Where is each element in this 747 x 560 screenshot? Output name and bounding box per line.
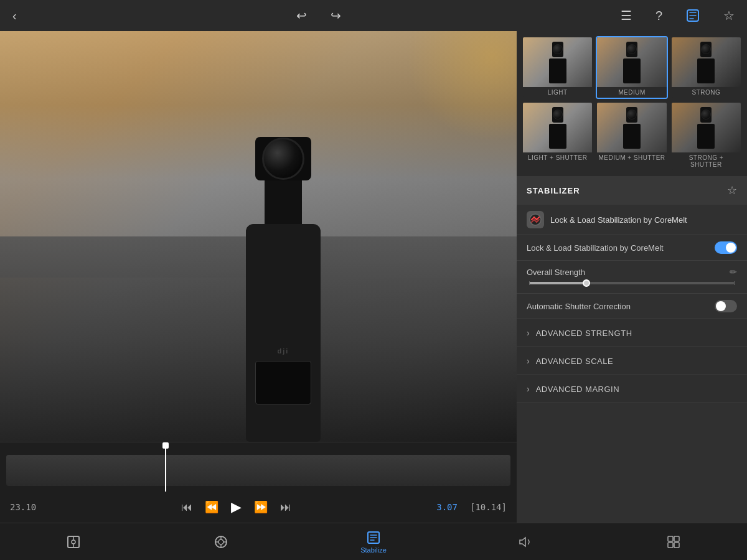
- stabilizer-title: STABILIZER: [527, 186, 580, 195]
- chevron-icon-strength: ›: [527, 328, 530, 338]
- undo-button[interactable]: ↩: [294, 6, 309, 26]
- preset-light-shutter[interactable]: LIGHT + SHUTTER: [522, 101, 593, 171]
- stabilizer-toggle-row: Lock & Load Stabilization by CoreMelt: [517, 235, 747, 261]
- advanced-strength-row[interactable]: › ADVANCED STRENGTH: [517, 319, 747, 347]
- stabilize-button[interactable]: Stabilize: [360, 530, 387, 554]
- preset-light[interactable]: LIGHT: [522, 36, 593, 99]
- list-button[interactable]: ☰: [618, 6, 634, 26]
- play-button[interactable]: ▶: [231, 499, 242, 515]
- camera-lens-holder: [255, 137, 311, 180]
- frame-forward-button[interactable]: ⏩: [254, 500, 268, 514]
- advanced-scale-row[interactable]: › ADVANCED SCALE: [517, 347, 747, 375]
- preset-medium-thumb: [597, 37, 666, 87]
- preset-strong-shutter[interactable]: STRONG + SHUTTER: [670, 101, 742, 171]
- advanced-margin-label: ADVANCED MARGIN: [536, 385, 619, 394]
- svg-point-7: [218, 539, 223, 544]
- preset-strong-thumb: [672, 37, 741, 87]
- skip-forward-button[interactable]: ⏭: [280, 501, 291, 514]
- playback-controls: ⏮ ⏪ ▶ ⏩ ⏭: [181, 499, 291, 515]
- library-button[interactable]: [684, 6, 702, 25]
- preset-cam-top-ls: [552, 107, 563, 123]
- plugin-label: Lock & Load Stabilization by CoreMelt: [550, 215, 737, 225]
- preset-cam-body-mini-strong: [697, 58, 715, 83]
- pencil-icon[interactable]: ✏: [730, 267, 737, 277]
- shutter-label: Automatic Shutter Correction: [527, 302, 631, 311]
- svg-rect-14: [674, 536, 679, 541]
- back-button[interactable]: ‹: [10, 6, 19, 26]
- start-time: 23.10: [10, 502, 36, 512]
- chevron-icon-margin: ›: [527, 384, 530, 394]
- svg-rect-15: [668, 543, 673, 548]
- preset-cam-body-mini-ms: [623, 124, 641, 149]
- preset-medium-label: MEDIUM: [597, 87, 666, 98]
- preset-light-label: LIGHT: [523, 87, 592, 98]
- advanced-scale-label: ADVANCED SCALE: [536, 357, 614, 366]
- total-time: [10.14]: [470, 502, 507, 512]
- strength-label-row: Overall Strength ✏: [527, 267, 737, 277]
- top-bar-right: ☰ ? ☆: [618, 6, 737, 26]
- frame-back-button[interactable]: ⏪: [205, 500, 218, 514]
- preset-strong-shutter-thumb: [672, 103, 741, 152]
- crop-button[interactable]: [66, 534, 81, 549]
- preset-medium-shutter[interactable]: MEDIUM + SHUTTER: [596, 101, 667, 171]
- skip-back-button[interactable]: ⏮: [181, 501, 192, 514]
- strength-slider-fill: [529, 282, 586, 284]
- preset-cam-mini-strong: [697, 42, 715, 83]
- stabilizer-star-button[interactable]: ☆: [727, 184, 737, 197]
- strength-label: Overall Strength: [527, 268, 585, 277]
- camera-body: dji: [246, 224, 321, 442]
- svg-rect-13: [668, 536, 673, 541]
- preset-cam-mini-medium: [623, 42, 641, 83]
- stabilizer-toggle[interactable]: [715, 241, 737, 254]
- transform-button[interactable]: [666, 534, 681, 549]
- advanced-margin-row[interactable]: › ADVANCED MARGIN: [517, 375, 747, 403]
- timeline-clip: [6, 455, 510, 486]
- presets-section: LIGHT MEDIUM: [517, 31, 747, 176]
- stabilizer-header: STABILIZER ☆: [517, 176, 747, 205]
- timeline-controls: 23.10 ⏮ ⏪ ▶ ⏩ ⏭ 3.07 [10.14]: [0, 492, 517, 523]
- redo-button[interactable]: ↪: [328, 6, 344, 26]
- crop-icon: [66, 534, 81, 549]
- top-bar: ‹ ↩ ↪ ☰ ? ☆: [0, 0, 747, 31]
- library-icon: [686, 9, 700, 22]
- timeline-playhead[interactable]: [165, 442, 166, 492]
- preset-strong[interactable]: STRONG: [670, 36, 742, 99]
- preset-strong-shutter-label: STRONG + SHUTTER: [672, 152, 741, 170]
- svg-rect-16: [674, 543, 679, 548]
- preset-cam-body-mini-medium: [623, 58, 641, 83]
- preset-cam-top-ss: [700, 107, 712, 123]
- adjust-button[interactable]: [214, 534, 228, 549]
- camera-lens: [262, 138, 304, 180]
- preset-cam-body-mini: [549, 58, 566, 83]
- camera-logo: dji: [278, 347, 289, 355]
- preset-cam-top-ms: [626, 107, 637, 123]
- chevron-icon-scale: ›: [527, 356, 530, 366]
- preset-cam-mini-ls: [549, 107, 566, 149]
- star-button[interactable]: ☆: [721, 6, 737, 26]
- preset-cam-top-strong: [700, 42, 712, 57]
- timeline-track[interactable]: [0, 442, 517, 492]
- audio-button[interactable]: [519, 534, 533, 549]
- bottom-bar: Stabilize: [0, 523, 747, 560]
- plugin-icon-svg: [529, 213, 542, 226]
- video-background: dji: [0, 31, 517, 442]
- strength-slider-track[interactable]: [529, 282, 735, 284]
- tick: [734, 281, 735, 285]
- audio-icon: [519, 534, 533, 549]
- timeline-area: 23.10 ⏮ ⏪ ▶ ⏩ ⏭ 3.07 [10.14]: [0, 442, 517, 523]
- help-button[interactable]: ?: [653, 6, 665, 26]
- camera-model: dji: [221, 143, 345, 442]
- preset-cam-mini-ss: [697, 107, 715, 149]
- top-bar-left: ‹: [10, 6, 19, 26]
- current-time: 3.07: [436, 502, 458, 512]
- preset-light-shutter-label: LIGHT + SHUTTER: [523, 152, 592, 163]
- shutter-toggle[interactable]: [715, 300, 737, 312]
- strength-slider-thumb[interactable]: [583, 279, 590, 287]
- preset-medium-shutter-thumb: [597, 103, 666, 152]
- preset-strong-label: STRONG: [672, 87, 741, 98]
- main-content: dji 23.10 ⏮ ⏪ ▶ ⏩ ⏭: [0, 31, 747, 523]
- preset-medium[interactable]: MEDIUM: [596, 36, 667, 99]
- lamp-glow: [392, 31, 517, 156]
- strength-slider-row: Overall Strength ✏: [517, 261, 747, 294]
- svg-point-3: [72, 540, 75, 544]
